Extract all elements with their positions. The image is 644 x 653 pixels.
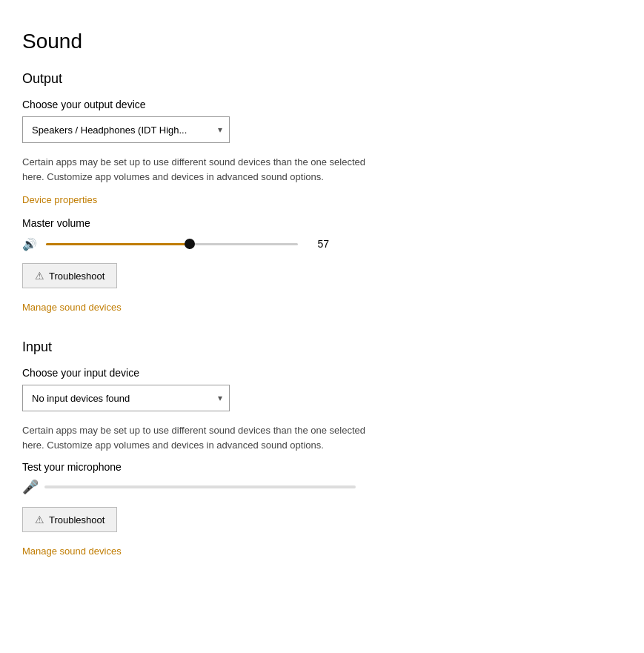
page-title: Sound [22, 30, 622, 53]
speaker-icon: 🔊 [22, 237, 37, 251]
warning-icon: ⚠ [35, 270, 44, 282]
microphone-icon: 🎤 [22, 479, 39, 495]
warning-icon-input: ⚠ [35, 514, 44, 526]
output-section-title: Output [22, 71, 622, 87]
input-section: Input Choose your input device No input … [22, 339, 622, 569]
output-manage-sound-devices-link[interactable]: Manage sound devices [22, 302, 122, 313]
slider-track [46, 243, 298, 245]
mic-section: Test your microphone 🎤 [22, 461, 622, 495]
input-section-title: Input [22, 339, 622, 355]
output-info-text: Certain apps may be set up to use differ… [22, 155, 378, 184]
output-device-dropdown-wrapper: Speakers / Headphones (IDT High... ▾ [22, 116, 230, 143]
volume-value: 57 [307, 238, 329, 250]
input-troubleshoot-button[interactable]: ⚠ Troubleshoot [22, 507, 117, 532]
slider-thumb[interactable] [185, 239, 195, 249]
output-device-select[interactable]: Speakers / Headphones (IDT High... [22, 116, 230, 143]
volume-slider[interactable] [46, 236, 298, 251]
volume-section: Master volume 🔊 57 [22, 217, 622, 251]
input-troubleshoot-label: Troubleshoot [49, 514, 104, 526]
input-manage-sound-devices-link[interactable]: Manage sound devices [22, 546, 122, 557]
volume-row: 🔊 57 [22, 236, 622, 251]
mic-label: Test your microphone [22, 461, 622, 473]
output-troubleshoot-button[interactable]: ⚠ Troubleshoot [22, 263, 117, 288]
mic-level-bar [44, 485, 356, 488]
output-section: Output Choose your output device Speaker… [22, 71, 622, 325]
input-device-dropdown-wrapper: No input devices found ▾ [22, 385, 230, 411]
slider-fill [46, 243, 190, 245]
output-device-label: Choose your output device [22, 99, 622, 110]
output-troubleshoot-label: Troubleshoot [49, 271, 104, 282]
device-properties-link[interactable]: Device properties [22, 194, 97, 205]
input-info-text: Certain apps may be set up to use differ… [22, 423, 378, 452]
input-device-label: Choose your input device [22, 367, 622, 379]
mic-row: 🎤 [22, 479, 622, 495]
input-device-select[interactable]: No input devices found [22, 385, 230, 411]
volume-label: Master volume [22, 217, 622, 229]
